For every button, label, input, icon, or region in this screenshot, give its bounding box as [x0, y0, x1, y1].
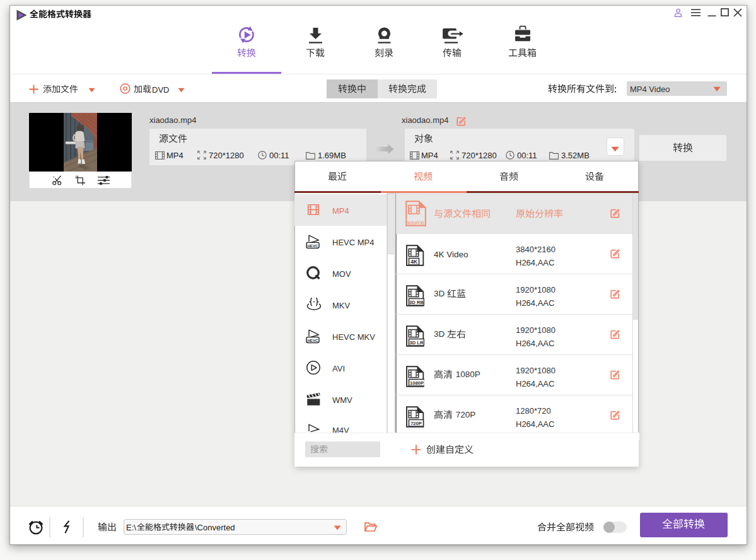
svg-text:720P: 720P — [410, 421, 422, 426]
svg-text:3D RB: 3D RB — [409, 300, 424, 305]
svg-text:1080P: 1080P — [410, 380, 424, 386]
svg-text:HEVC: HEVC — [307, 338, 318, 342]
svg-text:source: source — [407, 219, 424, 226]
svg-text:3D LR: 3D LR — [410, 340, 424, 346]
svg-text:HEVC: HEVC — [307, 243, 318, 248]
svg-text:4K: 4K — [410, 259, 418, 265]
